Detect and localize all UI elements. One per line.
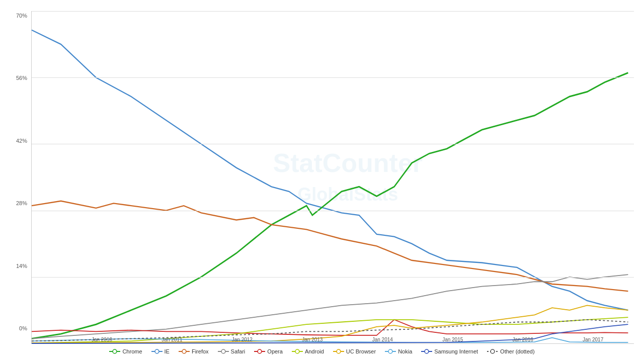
legend-line-icon xyxy=(254,348,265,355)
legend-label: UC Browser xyxy=(346,348,376,354)
browser-line-ie xyxy=(32,30,628,310)
x-axis: Jan 2010Jan 2011Jan 2012Jan 2013Jan 2014… xyxy=(32,331,634,343)
browser-line-safari xyxy=(32,275,628,338)
chart-container: 70%56%42%28%14%0% StatCounterGlobalStats… xyxy=(0,0,644,362)
svg-point-3 xyxy=(155,349,159,353)
chart-area: 70%56%42%28%14%0% StatCounterGlobalStats… xyxy=(10,11,634,344)
legend-item: Samsung Internet xyxy=(421,348,478,355)
legend-label: Opera xyxy=(267,348,283,354)
svg-point-17 xyxy=(425,349,429,353)
svg-point-7 xyxy=(221,349,225,353)
svg-point-13 xyxy=(337,349,341,353)
x-axis-label: Jan 2016 xyxy=(513,337,533,342)
legend-label: Nokia xyxy=(398,348,412,354)
legend-line-icon xyxy=(333,348,344,355)
svg-point-5 xyxy=(182,349,186,353)
legend-label: IE xyxy=(165,348,170,354)
grid-line xyxy=(32,144,634,144)
chart-svg xyxy=(32,11,634,343)
y-axis-label: 0% xyxy=(19,326,27,331)
legend-label: Other (dotted) xyxy=(500,348,534,354)
grid-line xyxy=(32,77,634,78)
grid-line xyxy=(32,11,634,12)
legend-item: Other (dotted) xyxy=(487,348,534,355)
legend-item: Firefox xyxy=(179,348,209,355)
legend-item: Safari xyxy=(218,348,246,355)
x-axis-label: Jan 2011 xyxy=(162,337,182,342)
svg-point-19 xyxy=(491,349,495,353)
svg-point-11 xyxy=(295,349,299,353)
x-axis-label: Jan 2010 xyxy=(92,337,112,342)
x-axis-label: Jan 2017 xyxy=(583,337,603,342)
grid-line xyxy=(32,211,634,211)
legend-label: Safari xyxy=(231,348,246,354)
legend-line-icon xyxy=(179,348,190,355)
legend-item: Android xyxy=(292,348,324,355)
x-axis-label: Jan 2014 xyxy=(372,337,393,342)
legend-dotted-icon xyxy=(487,348,498,355)
legend-label: Chrome xyxy=(122,348,142,354)
legend-line-icon xyxy=(292,348,303,355)
grid-line xyxy=(32,277,634,278)
svg-point-15 xyxy=(388,349,392,353)
legend-item: Chrome xyxy=(109,348,142,355)
legend-item: Nokia xyxy=(385,348,412,355)
legend-item: Opera xyxy=(254,348,283,355)
legend-line-icon xyxy=(218,348,229,355)
svg-point-9 xyxy=(258,349,262,353)
legend-label: Firefox xyxy=(192,348,209,354)
legend-line-icon xyxy=(421,348,432,355)
y-axis-label: 14% xyxy=(16,263,27,269)
legend-line-icon xyxy=(385,348,396,355)
y-axis: 70%56%42%28%14%0% xyxy=(10,11,31,344)
legend-line-icon xyxy=(151,348,163,355)
y-axis-label: 70% xyxy=(16,13,27,19)
x-axis-label: Jan 2013 xyxy=(302,337,323,342)
y-axis-label: 28% xyxy=(16,201,27,206)
legend-item: IE xyxy=(151,348,170,355)
x-axis-label: Jan 2012 xyxy=(232,337,253,342)
svg-point-1 xyxy=(113,349,117,353)
legend-line-icon xyxy=(109,348,120,355)
browser-line-chrome xyxy=(32,73,628,339)
legend-item: UC Browser xyxy=(333,348,376,355)
x-axis-label: Jan 2015 xyxy=(442,337,463,342)
legend: ChromeIEFirefoxSafariOperaAndroidUC Brow… xyxy=(99,344,544,357)
legend-label: Samsung Internet xyxy=(434,348,478,354)
y-axis-label: 56% xyxy=(16,75,27,81)
y-axis-label: 42% xyxy=(16,138,27,144)
browser-line-firefox xyxy=(32,201,628,291)
chart-inner: StatCounterGlobalStats Jan 2010Jan 2011J… xyxy=(31,11,634,344)
legend-label: Android xyxy=(305,348,324,354)
